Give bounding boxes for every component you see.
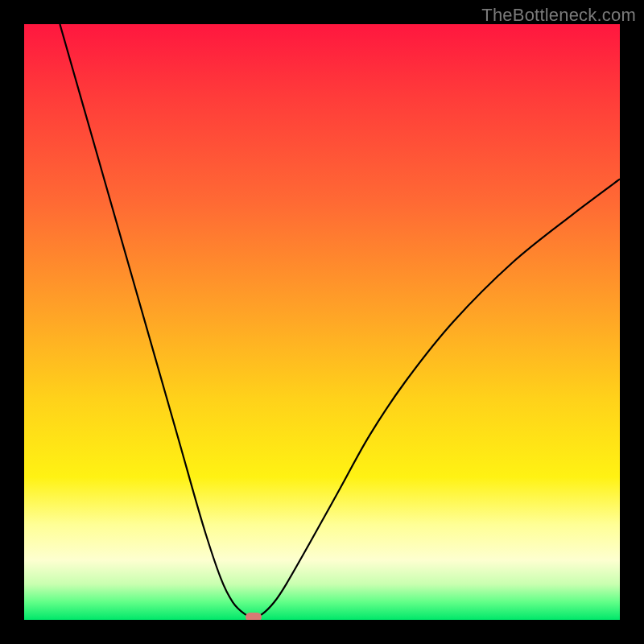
chart-frame: TheBottleneck.com [0, 0, 644, 644]
watermark-text: TheBottleneck.com [481, 5, 636, 26]
curve-path [60, 24, 620, 617]
bottleneck-curve [24, 24, 620, 620]
plot-area [24, 24, 620, 620]
optimum-marker [246, 613, 262, 620]
